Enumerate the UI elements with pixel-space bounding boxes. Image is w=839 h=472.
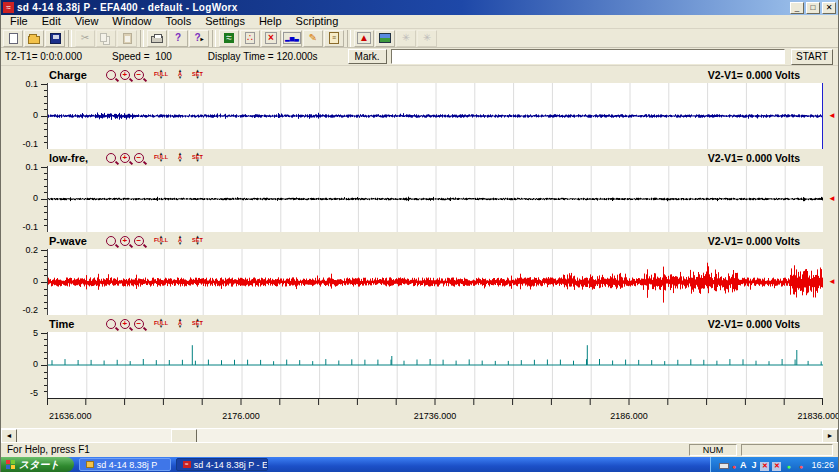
windows-start-button[interactable]: スタート — [1, 457, 74, 472]
menu-item-window[interactable]: Window — [105, 15, 158, 28]
open-icon[interactable] — [24, 30, 44, 47]
ime-indicator-a[interactable]: A — [739, 460, 748, 470]
maximize-button[interactable]: □ — [806, 2, 820, 14]
cut-icon[interactable]: ✂ — [75, 30, 95, 47]
keyboard-icon[interactable] — [719, 459, 729, 471]
menu-item-scripting[interactable]: Scripting — [289, 15, 346, 28]
y-tick-label-top: 0.1 — [25, 163, 38, 172]
taskbar-clock[interactable]: 16:26 — [811, 460, 834, 470]
y-tick — [44, 206, 47, 207]
report-icon[interactable]: ≡ — [324, 30, 344, 47]
x-axis-labels: 21636.0002176.00021736.0002186.00021836.… — [47, 411, 839, 425]
waveform-plot-low-fre[interactable] — [47, 166, 823, 232]
context-help-icon[interactable]: ?▸ — [189, 30, 209, 47]
menu-item-view[interactable]: View — [68, 15, 106, 28]
y-tick — [41, 116, 47, 117]
zoom-out-icon[interactable]: − — [134, 153, 144, 163]
full-scale-button[interactable]: ▴FULL▾ — [154, 318, 168, 329]
status-bar: For Help, press F1 NUM — [1, 442, 838, 457]
wave-cross-icon[interactable]: × — [261, 30, 281, 47]
speed-readout: Speed = 100 — [112, 51, 172, 62]
menu-item-tools[interactable]: Tools — [158, 15, 198, 28]
zoom-out-icon[interactable]: − — [134, 236, 144, 246]
help-icon[interactable]: ? — [168, 30, 188, 47]
zoom-out-icon[interactable]: − — [134, 70, 144, 80]
new-icon[interactable] — [3, 30, 23, 47]
set-scale-button[interactable]: ▴SET▾ — [192, 235, 203, 246]
network-error-icon[interactable]: ✕ — [772, 458, 781, 471]
zoom-reset-icon[interactable] — [106, 153, 116, 163]
zoom-reset-icon[interactable] — [106, 236, 116, 246]
waveform-chart-icon[interactable]: ≈ — [219, 30, 239, 47]
waveform-plot-p-wave[interactable] — [47, 249, 823, 315]
pencil-edit-icon[interactable]: ✎ — [303, 30, 323, 47]
menu-item-file[interactable]: File — [3, 15, 35, 28]
mountain-chart-icon[interactable]: ▲ — [354, 30, 374, 47]
full-scale-button[interactable]: ▴FULL▾ — [154, 235, 168, 246]
auto-scale-button[interactable]: ▴A▾ — [178, 235, 182, 246]
task-logworx[interactable]: ≈sd 4-14 8.38j P - EF... — [176, 458, 268, 471]
y-tick — [44, 391, 47, 392]
menu-item-settings[interactable]: Settings — [198, 15, 252, 28]
zoom-reset-icon[interactable] — [106, 70, 116, 80]
histogram-icon[interactable]: ▂▅▃ — [282, 30, 302, 47]
scroll-right-arrow-icon[interactable]: ► — [822, 429, 838, 443]
y-tick — [44, 302, 47, 303]
zoom-in-icon[interactable]: + — [120, 70, 130, 80]
zoom-out-icon[interactable]: − — [134, 319, 144, 329]
folder-icon — [86, 461, 94, 468]
network-error-icon[interactable]: ✕ — [760, 458, 769, 471]
task-label: sd 4-14 8.38j P — [97, 460, 158, 470]
ime-indicator-j[interactable]: J — [750, 460, 757, 470]
y-tick — [44, 109, 47, 110]
plot-right-margin: ◄ — [823, 83, 838, 149]
security-icon[interactable]: ● — [796, 459, 805, 471]
set-scale-button[interactable]: ▴SET▾ — [192, 318, 203, 329]
x-tick-label: 21736.000 — [414, 411, 457, 421]
system-tray: ●AJ✕✕●●16:26 — [710, 457, 838, 472]
horizontal-scrollbar[interactable]: ◄ ► — [1, 428, 838, 442]
x-tick-label: 2176.000 — [222, 411, 260, 421]
waveform-plot-time[interactable] — [47, 332, 823, 398]
zoom-reset-icon[interactable] — [106, 319, 116, 329]
set-scale-button[interactable]: ▴SET▾ — [192, 69, 203, 80]
full-scale-button[interactable]: ▴FULL▾ — [154, 69, 168, 80]
display-time-value: 120.000s — [276, 51, 317, 62]
scrollbar-thumb[interactable] — [171, 429, 197, 443]
snowflake-2-icon[interactable]: ✳ — [417, 30, 437, 47]
zoom-in-icon[interactable]: + — [120, 319, 130, 329]
waveform-plot-charge[interactable] — [47, 83, 823, 149]
toolbar-separator — [212, 30, 216, 47]
image-chart-icon[interactable] — [375, 30, 395, 47]
set-scale-button[interactable]: ▴SET▾ — [192, 152, 203, 163]
update-icon[interactable]: ● — [784, 459, 793, 471]
zoom-in-icon[interactable]: + — [120, 236, 130, 246]
start-button[interactable]: START — [791, 49, 833, 65]
scatter-chart-icon[interactable]: ∴ — [240, 30, 260, 47]
mark-input[interactable] — [391, 49, 785, 64]
y-axis-low-fre: 0.10-0.1 — [1, 166, 47, 232]
print-icon[interactable] — [147, 30, 167, 47]
task-folder[interactable]: sd 4-14 8.38j P — [79, 458, 171, 471]
y-tick — [44, 96, 47, 97]
minimize-button[interactable]: _ — [790, 2, 804, 14]
copy-icon[interactable] — [96, 30, 116, 47]
channel-body: 0.10-0.1◄ — [1, 166, 838, 232]
save-icon[interactable] — [45, 30, 65, 47]
close-button[interactable]: ✕ — [822, 2, 836, 14]
snowflake-1-icon[interactable]: ✳ — [396, 30, 416, 47]
voltage-readout-p-wave: V2-V1= 0.000 Volts — [708, 235, 800, 247]
auto-scale-button[interactable]: ▴A▾ — [178, 318, 182, 329]
mark-button[interactable]: Mark. — [348, 49, 387, 64]
zoom-in-icon[interactable]: + — [120, 153, 130, 163]
scroll-left-arrow-icon[interactable]: ◄ — [1, 429, 17, 443]
menu-item-help[interactable]: Help — [252, 15, 289, 28]
window-title: sd 4-14 8.38j P - EFA400 - default - Log… — [17, 2, 238, 13]
auto-scale-button[interactable]: ▴A▾ — [178, 152, 182, 163]
menu-item-edit[interactable]: Edit — [35, 15, 68, 28]
mouse-ball-icon[interactable]: ● — [732, 459, 736, 471]
y-tick-label-top: 0.1 — [25, 80, 38, 89]
paste-icon[interactable] — [117, 30, 137, 47]
auto-scale-button[interactable]: ▴A▾ — [178, 69, 182, 80]
full-scale-button[interactable]: ▴FULL▾ — [154, 152, 168, 163]
